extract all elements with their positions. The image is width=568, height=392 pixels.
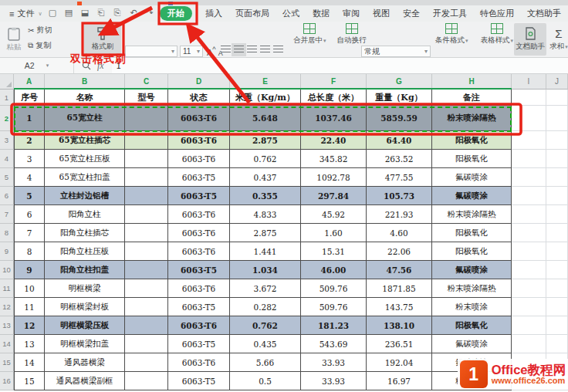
- cell-G14[interactable]: 236.51: [367, 335, 432, 353]
- print-icon[interactable]: ⎗: [96, 8, 106, 18]
- row-number-8[interactable]: 8: [0, 224, 14, 242]
- cell-E10[interactable]: 1.034: [230, 261, 301, 279]
- row-number-1[interactable]: 1: [0, 90, 14, 106]
- cell-H10[interactable]: 氟碳喷涂: [432, 261, 512, 279]
- select-all-corner[interactable]: [0, 74, 14, 90]
- row-number-10[interactable]: 10: [0, 261, 14, 279]
- cell-A15[interactable]: 14: [14, 353, 45, 372]
- cell-B14[interactable]: 明框横梁扣盖: [45, 335, 125, 353]
- redo-icon[interactable]: ↷: [145, 8, 154, 18]
- cell-E2[interactable]: 5.648: [230, 106, 301, 131]
- increase-indent-button[interactable]: [273, 46, 283, 54]
- cell-I14[interactable]: [512, 335, 546, 353]
- cell-A7[interactable]: 6: [14, 205, 45, 224]
- row-number-14[interactable]: 14: [0, 335, 14, 353]
- ribbon-tab-5[interactable]: 审阅: [343, 8, 360, 19]
- align-top-button[interactable]: [221, 46, 231, 54]
- cell-F8[interactable]: 1.60: [301, 224, 367, 242]
- cell-F13[interactable]: 181.23: [301, 316, 367, 335]
- cell-D11[interactable]: 6063-T6: [168, 279, 230, 298]
- doc-assistant-button[interactable]: 文档助手: [514, 23, 546, 56]
- row-number-4[interactable]: 4: [0, 150, 14, 168]
- row-number-16[interactable]: 16: [0, 372, 14, 390]
- cell-B4[interactable]: 65宽立柱压板: [45, 150, 125, 168]
- cell-F12[interactable]: 509.76: [301, 298, 367, 316]
- cell-A11[interactable]: 10: [14, 279, 45, 298]
- cell-F2[interactable]: 1037.46: [301, 106, 367, 131]
- cell-G1[interactable]: 重量（Kg）: [367, 90, 432, 106]
- column-header-G[interactable]: G: [367, 74, 432, 90]
- cell-F10[interactable]: 46.00: [301, 261, 367, 279]
- cell-A1[interactable]: 序号: [14, 90, 45, 106]
- cell-C7[interactable]: [125, 205, 168, 224]
- cell-E11[interactable]: 3.672: [230, 279, 301, 298]
- ribbon-tab-9[interactable]: 特色应用: [480, 8, 514, 19]
- cell-C13[interactable]: [125, 316, 168, 335]
- cell-E1[interactable]: 米重（Kg/m）: [230, 90, 301, 106]
- cell-C5[interactable]: [125, 168, 168, 187]
- cell-C1[interactable]: 型号: [125, 90, 168, 106]
- cell-J2[interactable]: [546, 106, 568, 131]
- cell-C8[interactable]: [125, 224, 168, 242]
- cell-C16[interactable]: [125, 372, 168, 390]
- column-header-H[interactable]: H: [432, 74, 512, 90]
- ribbon-tab-4[interactable]: 数据: [313, 8, 330, 19]
- cell-H7[interactable]: 粉末喷涂隔热: [432, 205, 512, 224]
- ribbon-tab-1[interactable]: 插入: [205, 8, 222, 19]
- cell-B7[interactable]: 阳角立柱: [45, 205, 125, 224]
- cell-A3[interactable]: 2: [14, 131, 45, 150]
- cell-D10[interactable]: 6063-T5: [168, 261, 230, 279]
- cell-D9[interactable]: 6063-T6: [168, 242, 230, 261]
- cell-J9[interactable]: [546, 242, 568, 261]
- ribbon-tab-7[interactable]: 安全: [403, 8, 420, 19]
- cell-C6[interactable]: [125, 187, 168, 205]
- wrap-text-button[interactable]: 自动换行: [337, 23, 367, 46]
- conditional-format-button[interactable]: 条件格式▾: [435, 23, 468, 46]
- cell-A2[interactable]: 1: [14, 106, 45, 131]
- ribbon-tab-10[interactable]: 文档助手: [527, 8, 561, 19]
- row-number-3[interactable]: 3: [0, 131, 14, 150]
- cell-D2[interactable]: 6063-T6: [168, 106, 230, 131]
- cell-A4[interactable]: 3: [14, 150, 45, 168]
- row-number-6[interactable]: 6: [0, 187, 14, 205]
- cell-C11[interactable]: [125, 279, 168, 298]
- column-header-B[interactable]: B: [45, 74, 125, 90]
- cell-B10[interactable]: 阳角立柱扣盖: [45, 261, 125, 279]
- cell-F1[interactable]: 总长度（米）: [301, 90, 367, 106]
- number-format-combobox[interactable]: 常规▾: [361, 46, 431, 57]
- cell-I4[interactable]: [512, 150, 546, 168]
- cell-J11[interactable]: [546, 279, 568, 298]
- cell-F15[interactable]: 33.93: [301, 353, 367, 372]
- cell-G7[interactable]: 221.93: [367, 205, 432, 224]
- cell-C3[interactable]: [125, 131, 168, 150]
- ribbon-tab-2[interactable]: 页面布局: [235, 8, 269, 19]
- cell-H9[interactable]: 阳极氧化: [432, 242, 512, 261]
- cell-D6[interactable]: 6063-T5: [168, 187, 230, 205]
- cell-D5[interactable]: 6063-T5: [168, 168, 230, 187]
- save-icon[interactable]: ⬓: [80, 8, 90, 18]
- cell-F6[interactable]: 297.84: [301, 187, 367, 205]
- cell-B5[interactable]: 65宽立柱扣盖: [45, 168, 125, 187]
- cell-A9[interactable]: 8: [14, 242, 45, 261]
- cell-J3[interactable]: [546, 131, 568, 150]
- cell-D3[interactable]: 6063-T6: [168, 131, 230, 150]
- undo-icon[interactable]: ↶: [129, 8, 138, 18]
- cell-H3[interactable]: 阳极氧化: [432, 131, 512, 150]
- cell-J7[interactable]: [546, 205, 568, 224]
- cell-G9[interactable]: 22.06: [367, 242, 432, 261]
- cell-H1[interactable]: 备注: [432, 90, 512, 106]
- cell-H13[interactable]: 阳极氧化: [432, 316, 512, 335]
- format-painter-button[interactable]: 格式刷: [84, 23, 121, 56]
- cell-B9[interactable]: 阳角立柱压板: [45, 242, 125, 261]
- cell-H2[interactable]: 粉末喷涂隔热: [432, 106, 512, 131]
- cell-I11[interactable]: [512, 279, 546, 298]
- cell-C15[interactable]: [125, 353, 168, 372]
- file-menu-button[interactable]: ≡ 文件 ∨: [5, 7, 47, 20]
- paste-button[interactable]: 粘贴: [2, 23, 25, 56]
- cell-C14[interactable]: [125, 335, 168, 353]
- cell-E3[interactable]: 2.875: [230, 131, 301, 150]
- table-style-button[interactable]: 表格样式▾: [481, 23, 514, 46]
- cell-A10[interactable]: 9: [14, 261, 45, 279]
- cell-B16[interactable]: 通风器横梁副框: [45, 372, 125, 390]
- cut-button[interactable]: ✂剪切: [28, 25, 52, 35]
